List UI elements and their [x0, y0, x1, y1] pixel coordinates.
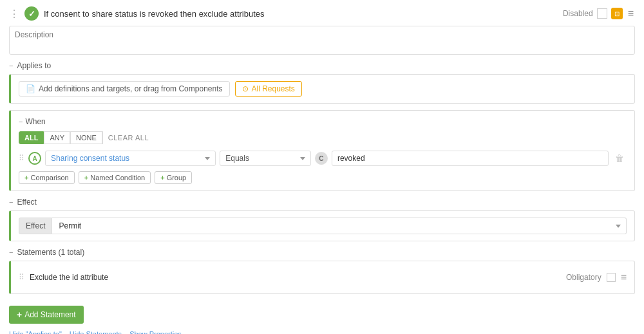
plus-icon: +	[24, 174, 28, 181]
drag-handle-icon[interactable]: ⠿	[19, 154, 24, 163]
statement-menu-button[interactable]: ≡	[621, 272, 627, 283]
effect-collapse-icon[interactable]: −	[9, 198, 13, 206]
header-row: ⋮ ✓ If consent to share status is revoke…	[9, 6, 635, 21]
condition-letter-a: A	[28, 152, 41, 165]
when-box: − When ALL ANY NONE CLEAR ALL ⠿ A Sharin…	[9, 110, 635, 191]
all-toggle-button[interactable]: ALL	[19, 131, 44, 144]
add-group-button[interactable]: + Group	[155, 171, 192, 184]
add-def-label: Add definitions and targets, or drag fro…	[39, 84, 223, 93]
copy-icon[interactable]: ⊡	[611, 8, 623, 19]
statement-drag-icon[interactable]: ⠿	[19, 273, 24, 282]
applies-collapse-icon[interactable]: −	[9, 62, 13, 70]
none-toggle-button[interactable]: NONE	[70, 131, 102, 144]
condition-row: ⠿ A Sharing consent status Equals C 🗑	[19, 151, 627, 166]
plus-icon-3: +	[160, 174, 164, 181]
when-label: When	[25, 117, 45, 126]
footer-links: Hide "Applies to" Hide Statements Show P…	[9, 330, 635, 334]
rule-title: If consent to share status is revoked th…	[44, 9, 265, 19]
plus-icon-2: +	[84, 174, 88, 181]
applies-to-header: − Applies to	[9, 61, 635, 70]
description-input[interactable]	[15, 30, 629, 48]
disabled-label: Disabled	[563, 9, 593, 18]
header-left: ⋮ ✓ If consent to share status is revoke…	[9, 6, 265, 21]
add-named-condition-label: Named Condition	[90, 174, 145, 181]
header-right: Disabled ⊡ ≡	[563, 6, 635, 21]
applies-to-label: Applies to	[17, 61, 51, 70]
add-comparison-button[interactable]: + Comparison	[19, 171, 75, 184]
statement-row: ⠿ Exclude the id attribute Obligatory ≡	[19, 268, 627, 287]
add-comparison-label: Comparison	[30, 174, 68, 181]
statements-header: − Statements (1 total)	[9, 248, 635, 257]
statement-text: Exclude the id attribute	[30, 273, 561, 282]
dots-menu-icon[interactable]: ⋮	[9, 8, 19, 20]
all-requests-button[interactable]: ⊙ All Requests	[235, 81, 302, 97]
condition-value-input[interactable]	[332, 151, 609, 166]
add-buttons-row: + Comparison + Named Condition + Group	[19, 171, 627, 184]
add-definitions-button[interactable]: 📄 Add definitions and targets, or drag f…	[19, 81, 230, 97]
delete-condition-button[interactable]: 🗑	[612, 152, 627, 165]
effect-select[interactable]: Permit	[52, 218, 627, 234]
statements-label: Statements (1 total)	[17, 248, 84, 257]
when-collapse-icon[interactable]: −	[19, 118, 23, 125]
effect-static-label: Effect	[19, 218, 52, 234]
add-statement-label: Add Statement	[24, 310, 75, 319]
applies-row: 📄 Add definitions and targets, or drag f…	[19, 81, 627, 97]
statements-box: ⠿ Exclude the id attribute Obligatory ≡	[9, 261, 635, 294]
effect-box: Effect Permit	[9, 210, 635, 241]
condition-attribute-select[interactable]: Sharing consent status	[45, 151, 216, 166]
add-statement-plus-icon: +	[17, 310, 22, 320]
menu-icon[interactable]: ≡	[627, 6, 635, 21]
hide-applies-link[interactable]: Hide "Applies to"	[9, 330, 62, 334]
when-header: − When	[19, 117, 627, 126]
any-toggle-button[interactable]: ANY	[44, 131, 70, 144]
all-requests-icon: ⊙	[242, 84, 249, 93]
hide-statements-link[interactable]: Hide Statements	[70, 330, 122, 334]
statements-collapse-icon[interactable]: −	[9, 248, 13, 256]
show-properties-link[interactable]: Show Properties	[129, 330, 182, 334]
clear-all-button[interactable]: CLEAR ALL	[103, 132, 154, 144]
all-requests-label: All Requests	[252, 84, 295, 93]
add-def-icon: 📄	[26, 84, 35, 93]
add-named-condition-button[interactable]: + Named Condition	[79, 171, 151, 184]
effect-label: Effect	[17, 198, 36, 207]
effect-row: Effect Permit	[19, 218, 627, 234]
add-statement-button[interactable]: + Add Statement	[9, 306, 84, 324]
obligatory-checkbox[interactable]	[607, 273, 616, 282]
condition-letter-c: C	[315, 152, 328, 165]
disabled-toggle[interactable]	[597, 8, 607, 19]
condition-operator-select[interactable]: Equals	[220, 151, 311, 166]
effect-header: − Effect	[9, 198, 635, 207]
applies-to-box: 📄 Add definitions and targets, or drag f…	[9, 74, 635, 104]
condition-toggle-group: ALL ANY NONE CLEAR ALL	[19, 131, 627, 144]
status-check-icon: ✓	[24, 6, 39, 21]
add-group-label: Group	[167, 174, 187, 181]
description-area[interactable]	[9, 26, 635, 55]
obligatory-label: Obligatory	[566, 273, 601, 282]
